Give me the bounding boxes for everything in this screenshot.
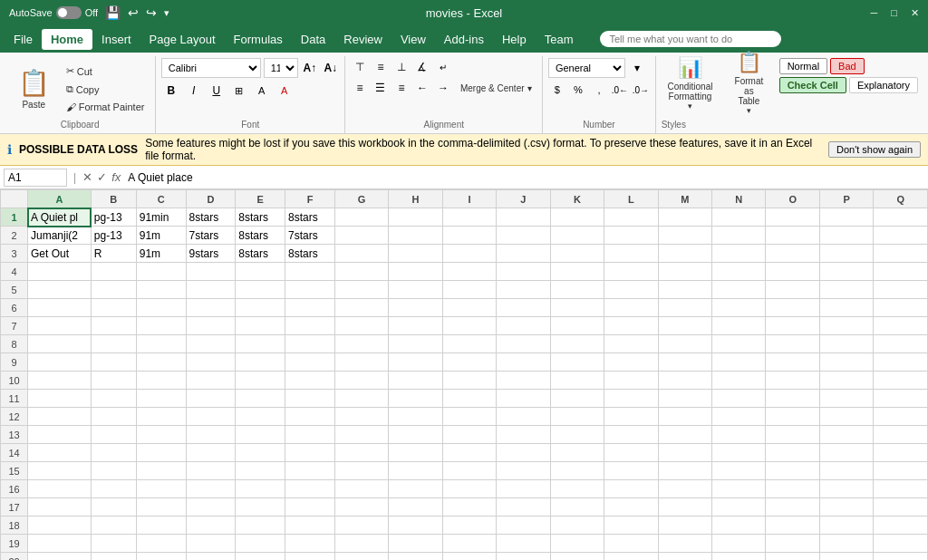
cell-m6[interactable]: [658, 299, 711, 317]
cell-e7[interactable]: [236, 317, 285, 335]
cell-p19[interactable]: [819, 535, 873, 553]
cell-g16[interactable]: [334, 480, 388, 498]
cell-l19[interactable]: [604, 535, 658, 553]
cell-f18[interactable]: [285, 517, 335, 535]
cell-p15[interactable]: [819, 462, 873, 480]
cell-c2[interactable]: 91m: [136, 227, 186, 245]
cell-m19[interactable]: [658, 535, 711, 553]
cell-g5[interactable]: [334, 281, 388, 299]
cell-f1[interactable]: 8stars: [285, 208, 335, 227]
cell-e19[interactable]: [236, 535, 285, 553]
cell-l1[interactable]: [604, 208, 658, 227]
cell-d9[interactable]: [186, 353, 236, 372]
cell-d15[interactable]: [186, 462, 236, 480]
cell-c8[interactable]: [136, 335, 186, 353]
cell-h1[interactable]: [389, 208, 442, 227]
dismiss-button[interactable]: Don't show again: [828, 141, 921, 158]
cell-b1[interactable]: pg-13: [91, 208, 136, 227]
cell-n9[interactable]: [712, 353, 766, 372]
increase-decimal-button[interactable]: .0→: [632, 81, 650, 99]
cut-button[interactable]: ✂ Cut: [61, 63, 150, 80]
cell-q5[interactable]: [874, 281, 928, 299]
autosave-toggle[interactable]: [56, 6, 82, 19]
cell-e17[interactable]: [236, 498, 285, 517]
align-top-button[interactable]: ⊤: [351, 58, 369, 76]
cell-p3[interactable]: [819, 245, 873, 263]
row-header-7[interactable]: 7: [1, 317, 28, 335]
cell-p1[interactable]: [819, 208, 873, 227]
cell-h8[interactable]: [389, 335, 442, 353]
cell-n11[interactable]: [712, 390, 766, 408]
cell-f8[interactable]: [285, 335, 335, 353]
cell-q10[interactable]: [874, 372, 928, 390]
cell-a17[interactable]: [28, 498, 92, 517]
cell-d1[interactable]: 8stars: [186, 208, 236, 227]
cell-h17[interactable]: [389, 498, 442, 517]
cell-c11[interactable]: [136, 390, 186, 408]
cell-reference-input[interactable]: [4, 169, 67, 187]
cell-f4[interactable]: [285, 263, 335, 281]
cell-o15[interactable]: [766, 462, 819, 480]
cell-h16[interactable]: [389, 480, 442, 498]
cell-b10[interactable]: [91, 372, 136, 390]
cell-c9[interactable]: [136, 353, 186, 372]
cell-q8[interactable]: [874, 335, 928, 353]
cell-b14[interactable]: [91, 444, 136, 462]
cell-b6[interactable]: [91, 299, 136, 317]
cell-i14[interactable]: [442, 444, 496, 462]
col-header-j[interactable]: J: [497, 190, 550, 208]
cell-o10[interactable]: [766, 372, 819, 390]
cell-a2[interactable]: Jumanji(2: [28, 227, 92, 245]
cell-c3[interactable]: 91m: [136, 245, 186, 263]
cell-f16[interactable]: [285, 480, 335, 498]
accounting-format-button[interactable]: $: [548, 81, 566, 99]
cell-g13[interactable]: [334, 426, 388, 444]
underline-button[interactable]: U: [207, 81, 227, 101]
cell-o8[interactable]: [766, 335, 819, 353]
cell-c19[interactable]: [136, 535, 186, 553]
cell-k16[interactable]: [550, 480, 604, 498]
cell-b20[interactable]: [91, 553, 136, 561]
cell-p10[interactable]: [819, 372, 873, 390]
cell-k6[interactable]: [550, 299, 604, 317]
cell-e12[interactable]: [236, 408, 285, 426]
cell-f12[interactable]: [285, 408, 335, 426]
cell-g12[interactable]: [334, 408, 388, 426]
cell-e3[interactable]: 8stars: [236, 245, 285, 263]
fill-color-button[interactable]: A: [252, 81, 272, 101]
col-header-f[interactable]: F: [285, 190, 335, 208]
menu-view[interactable]: View: [392, 29, 435, 50]
row-header-14[interactable]: 14: [1, 444, 28, 462]
cell-i11[interactable]: [442, 390, 496, 408]
cell-i19[interactable]: [442, 535, 496, 553]
cell-p11[interactable]: [819, 390, 873, 408]
cell-q7[interactable]: [874, 317, 928, 335]
col-header-g[interactable]: G: [334, 190, 388, 208]
cell-k15[interactable]: [550, 462, 604, 480]
cell-l15[interactable]: [604, 462, 658, 480]
cell-b17[interactable]: [91, 498, 136, 517]
align-bottom-button[interactable]: ⊥: [392, 58, 411, 76]
cell-m12[interactable]: [658, 408, 711, 426]
cell-m16[interactable]: [658, 480, 711, 498]
cell-i12[interactable]: [442, 408, 496, 426]
cell-n6[interactable]: [712, 299, 766, 317]
cell-c12[interactable]: [136, 408, 186, 426]
menu-review[interactable]: Review: [334, 29, 392, 50]
cell-i16[interactable]: [442, 480, 496, 498]
cell-c1[interactable]: 91min: [136, 208, 186, 227]
cell-o5[interactable]: [766, 281, 819, 299]
cell-h20[interactable]: [389, 553, 442, 561]
cell-j3[interactable]: [497, 245, 550, 263]
cell-d6[interactable]: [186, 299, 236, 317]
maximize-icon[interactable]: □: [891, 7, 897, 19]
cell-g19[interactable]: [334, 535, 388, 553]
cell-h14[interactable]: [389, 444, 442, 462]
copy-button[interactable]: ⧉ Copy: [61, 81, 150, 98]
cell-q19[interactable]: [874, 535, 928, 553]
cell-j12[interactable]: [497, 408, 550, 426]
cell-k13[interactable]: [550, 426, 604, 444]
cell-b19[interactable]: [91, 535, 136, 553]
cell-q1[interactable]: [874, 208, 928, 227]
align-middle-button[interactable]: ≡: [372, 58, 390, 76]
